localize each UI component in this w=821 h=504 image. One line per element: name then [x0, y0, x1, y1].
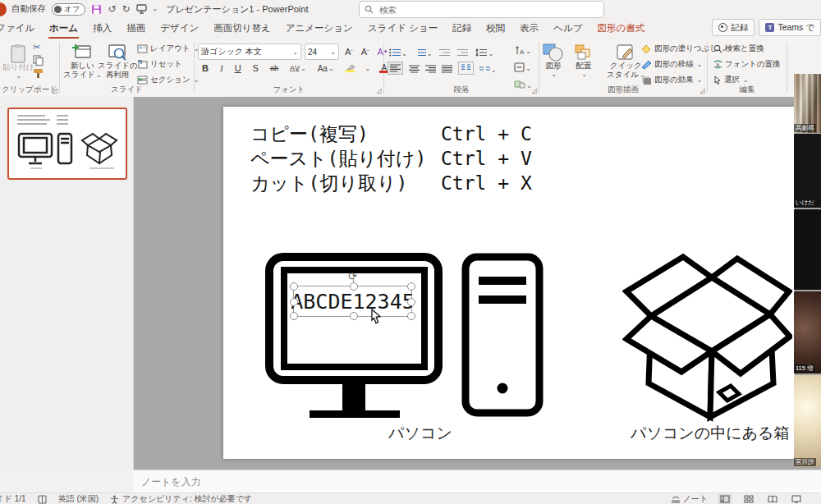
present-from-start-icon[interactable]: [136, 4, 147, 14]
pc-tower-drawing[interactable]: [461, 253, 544, 417]
reading-view-button[interactable]: [766, 494, 779, 504]
mouse-cursor: [369, 309, 383, 325]
change-case-button[interactable]: Aa⌄: [315, 64, 337, 73]
reset-button[interactable]: リセット: [135, 58, 200, 71]
new-slide-button[interactable]: 新しい スライド⌄: [63, 41, 102, 80]
resize-handle-nw[interactable]: [290, 282, 298, 291]
font-size-select[interactable]: 24⌄: [305, 44, 339, 60]
slide-sorter-view-button[interactable]: [742, 494, 755, 504]
highlight-color-button[interactable]: [343, 64, 358, 72]
replace-fonts-button[interactable]: A フォントの置換: [712, 58, 782, 71]
paste-button[interactable]: 貼り付け ⌄: [2, 41, 34, 80]
shapes-button[interactable]: 図形⌄: [543, 41, 564, 78]
paste-dropdown[interactable]: ⌄: [16, 72, 21, 80]
notes-toggle-button[interactable]: ノート: [671, 493, 708, 504]
tab-view[interactable]: 表示: [512, 19, 546, 39]
align-right-button[interactable]: [425, 61, 436, 76]
notes-status-icon[interactable]: [38, 495, 47, 504]
open-box-drawing[interactable]: [622, 246, 792, 423]
save-icon[interactable]: [91, 4, 102, 15]
align-left-button[interactable]: [388, 62, 403, 75]
rotate-handle[interactable]: ⟳: [348, 270, 357, 282]
tab-slideshow[interactable]: スライド ショー: [360, 19, 445, 39]
slide-thumbnail-1[interactable]: [7, 108, 127, 180]
undo-icon[interactable]: ↺: [108, 4, 116, 14]
bold-button[interactable]: B: [200, 63, 211, 73]
align-text-button[interactable]: ⌄: [514, 59, 531, 74]
reuse-slides-icon: [108, 44, 127, 62]
selected-textbox[interactable]: ⟳ ABCDE12345: [293, 286, 412, 317]
resize-handle-n[interactable]: [350, 282, 358, 291]
resize-handle-ne[interactable]: [407, 282, 415, 291]
increase-indent-button[interactable]: [457, 44, 468, 59]
decrease-font-icon[interactable]: Aˇ: [359, 47, 372, 57]
tab-transitions[interactable]: 画面切り替え: [206, 19, 278, 39]
increase-font-icon[interactable]: Aˆ: [342, 47, 355, 57]
font-name-select[interactable]: 游ゴシック 本文⌄: [198, 44, 301, 60]
clipboard-dialog-launcher[interactable]: ◿: [53, 87, 57, 94]
find-replace-button[interactable]: 検索と置換: [712, 43, 782, 55]
format-painter-icon[interactable]: [33, 68, 44, 79]
tab-shape-format[interactable]: 図形の書式: [590, 19, 653, 39]
tab-record[interactable]: 記録: [445, 19, 479, 39]
slideshow-view-button[interactable]: [790, 494, 803, 504]
tab-animations[interactable]: アニメーション: [278, 19, 360, 39]
redo-icon[interactable]: ↻: [122, 4, 131, 14]
decrease-indent-button[interactable]: [439, 44, 450, 59]
search-box[interactable]: [359, 1, 604, 18]
cut-icon[interactable]: ✂: [33, 42, 44, 53]
drawing-dialog-launcher[interactable]: ◿: [700, 87, 705, 94]
character-spacing-button[interactable]: A̲V̲⌄: [287, 64, 309, 72]
justify-button[interactable]: [442, 61, 452, 76]
accessibility-status[interactable]: アクセシビリティ: 検討が必要です: [110, 493, 252, 504]
line-spacing-button[interactable]: ⌄: [475, 44, 493, 59]
normal-view-button[interactable]: [718, 494, 732, 504]
resize-handle-sw[interactable]: [290, 312, 298, 320]
resize-handle-w[interactable]: [290, 298, 298, 306]
slide-1[interactable]: コピー(複写) Ctrl + C ペースト(貼り付け) Ctrl + V カット…: [223, 107, 795, 459]
columns-button[interactable]: [458, 62, 474, 75]
share-to-teams-button[interactable]: T Teams で: [759, 19, 821, 36]
tab-file[interactable]: ファイル: [0, 19, 42, 39]
teams-participant-tile[interactable]: 共創福: [794, 74, 821, 133]
resize-handle-e[interactable]: [407, 298, 415, 306]
customize-qat-icon[interactable]: ⌄: [153, 6, 158, 12]
record-button[interactable]: 記録: [712, 19, 754, 36]
numbering-button[interactable]: ⌄: [415, 44, 433, 59]
tab-review[interactable]: 校閲: [479, 19, 512, 39]
add-remove-columns-button[interactable]: ⌄: [479, 61, 497, 76]
record-icon: [718, 23, 727, 32]
copy-icon[interactable]: [33, 55, 44, 66]
align-center-button[interactable]: [409, 61, 420, 76]
language-indicator[interactable]: 英語 (米国): [58, 493, 99, 504]
search-input[interactable]: [378, 4, 570, 16]
autosave-toggle[interactable]: オフ: [52, 3, 85, 16]
shortcut-text-block[interactable]: コピー(複写) Ctrl + C ペースト(貼り付け) Ctrl + V カット…: [250, 121, 532, 195]
tab-draw[interactable]: 描画: [119, 19, 153, 39]
notes-pane[interactable]: ノートを入力: [134, 470, 821, 493]
resize-handle-s[interactable]: [350, 312, 358, 320]
text-direction-button[interactable]: A⌄: [514, 42, 531, 57]
teams-participant-tile[interactable]: いけだ: [794, 134, 821, 208]
arrange-button[interactable]: 配置⌄: [574, 41, 594, 78]
paragraph-dialog-launcher[interactable]: ◿: [532, 87, 537, 94]
font-dialog-launcher[interactable]: ◿: [377, 87, 382, 94]
tab-design[interactable]: デザイン: [153, 19, 206, 39]
teams-participant-tile[interactable]: 115 増: [794, 291, 821, 373]
reuse-slides-button[interactable]: スライドの 再利用: [98, 41, 138, 80]
teams-participant-tile[interactable]: 宮川沙: [794, 375, 821, 467]
bullets-button[interactable]: ⌄: [389, 44, 407, 59]
teams-participant-tile[interactable]: [794, 209, 821, 290]
tab-help[interactable]: ヘルプ: [546, 19, 589, 39]
italic-button[interactable]: I: [218, 63, 226, 73]
strikethrough-button[interactable]: ab: [268, 64, 281, 72]
layout-button[interactable]: レイアウト⌄: [135, 43, 200, 55]
group-clipboard: 貼り付け ⌄ ✂ クリップボード ◿: [0, 39, 59, 97]
tab-home[interactable]: ホーム: [42, 19, 85, 39]
shape-effects-icon: [641, 76, 652, 85]
status-bar: スライド 1/1 英語 (米国) アクセシビリティ: 検討が必要です ノート: [0, 493, 821, 504]
tab-insert[interactable]: 挿入: [85, 19, 119, 39]
underline-button[interactable]: U: [232, 63, 244, 73]
resize-handle-se[interactable]: [407, 312, 415, 320]
text-shadow-button[interactable]: S: [250, 63, 261, 73]
